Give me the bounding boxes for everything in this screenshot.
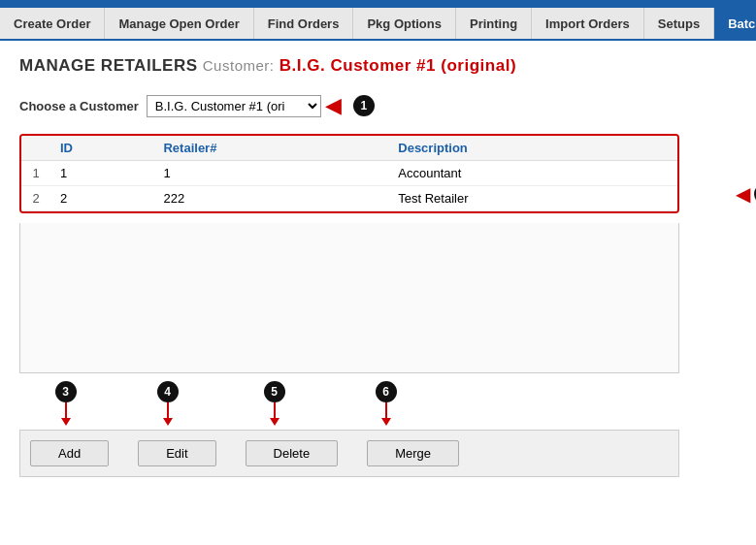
badge-row: 3 4 5 6 [19,381,679,428]
badge-4: 4 [157,381,179,402]
row1-retailer: 1 [153,161,388,186]
row2-id: 2 [50,186,153,211]
col-id: ID [50,136,153,161]
badge-5: 5 [264,381,285,402]
button-bar: Add Edit Delete Merge [19,430,679,477]
retailers-table-container: ID Retailer# Description 1 1 1 Accountan… [19,134,679,213]
nav-pkg-options[interactable]: Pkg Options [353,8,456,39]
nav-create-order[interactable]: Create Order [0,8,105,39]
annotation-2: ◀ 2 [736,182,756,206]
customer-select[interactable]: B.I.G. Customer #1 (ori [147,95,321,117]
page-title: Manage Retailers Customer: B.I.G. Custom… [19,56,737,76]
button-section: 3 4 5 6 [19,381,679,477]
col-rownum [21,136,50,161]
arrow-1: ◀ [325,93,342,118]
arrow-4-svg [159,402,177,426]
arrow-6-svg [378,402,395,426]
svg-marker-7 [381,418,391,426]
badge4-group: 4 [131,381,204,426]
page-title-text: Manage Retailers [19,56,198,75]
arrow-2: ◀ [736,182,750,206]
arrow-3-svg [57,402,75,426]
row2-retailer: 222 [153,186,388,211]
nav-manage-open-order[interactable]: Manage Open Order [105,8,253,39]
badge5-group: 5 [233,381,315,426]
nav-import-orders[interactable]: Import Orders [532,8,644,39]
row1-num: 1 [21,161,50,186]
table-row[interactable]: 1 1 1 Accountant [21,161,677,186]
row1-id: 1 [50,161,153,186]
nav-printing[interactable]: Printing [456,8,532,39]
table-row[interactable]: 2 2 222 Test Retailer [21,186,677,211]
delete-button[interactable]: Delete [246,440,339,466]
badge6-group: 6 [345,381,427,426]
top-bar [0,0,756,8]
arrow-5-svg [266,402,283,426]
nav-batch[interactable]: Batch [714,8,756,39]
badge-1: 1 [353,95,375,116]
nav-bar: Create Order Manage Open Order Find Orde… [0,8,756,41]
row2-description: Test Retailer [388,186,677,211]
svg-marker-1 [61,418,71,426]
row2-num: 2 [21,186,50,211]
badge3-group: 3 [29,381,102,426]
nav-find-orders[interactable]: Find Orders [254,8,354,39]
row1-description: Accountant [388,161,677,186]
col-retailer: Retailer# [153,136,388,161]
merge-button[interactable]: Merge [367,440,459,466]
nav-setups[interactable]: Setups [644,8,714,39]
customer-name-title: B.I.G. Customer #1 (original) [279,56,516,75]
add-button[interactable]: Add [30,440,109,466]
badge-6: 6 [376,381,397,402]
main-content: Manage Retailers Customer: B.I.G. Custom… [0,41,756,493]
chooser-label: Choose a Customer [19,99,139,113]
retailers-table: ID Retailer# Description 1 1 1 Accountan… [21,136,677,211]
col-description: Description [388,136,677,161]
subtitle-prefix: Customer: [203,57,275,74]
badge-3: 3 [55,381,77,402]
edit-button[interactable]: Edit [138,440,215,466]
svg-marker-5 [270,418,279,426]
svg-marker-3 [163,418,173,426]
table-empty-area [19,223,679,373]
